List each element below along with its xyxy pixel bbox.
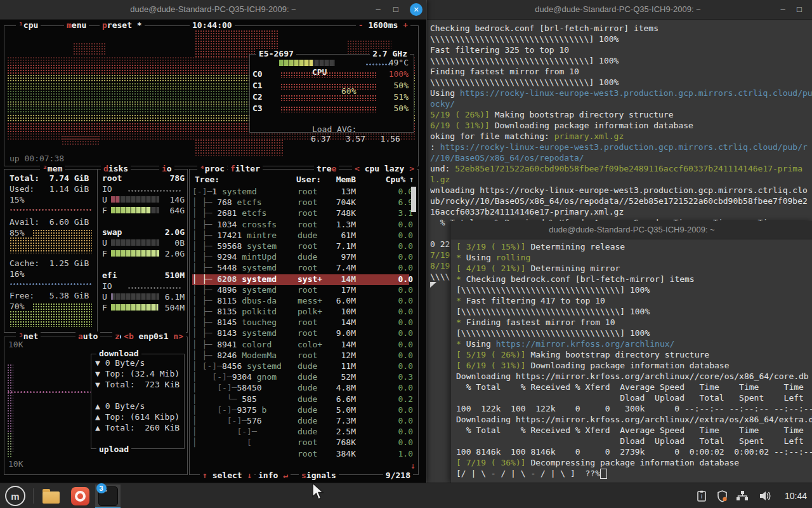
taskbar-clock[interactable]: 10:44 (785, 483, 807, 508)
clipboard-tray-icon[interactable]: i (694, 488, 709, 504)
download-top: ▼ Top: (32.4 Mib) (95, 369, 183, 380)
info-hint[interactable]: info ↵ (256, 471, 291, 480)
scroll-more-icon: ↓ (410, 461, 416, 471)
mem-avail-graph2 (10, 237, 92, 253)
process-row[interactable]: │ ├─ 768 etcfsroot704K6.9 (192, 197, 409, 208)
col-header-mem[interactable]: MemB (324, 175, 356, 184)
terminal-line: Fast filtering 325 to top 10 (430, 44, 812, 55)
terminal-line: [\\\\\\\\\\\\\\\\\\\\\\\\\\\\\\\\] 100% (456, 328, 812, 338)
front-terminal-output: [ 3/19 ( 15%)] Determining release* Usin… (456, 241, 812, 479)
upload-top: ▲ Top: (614 Kibp) (95, 412, 183, 423)
net-scale-bottom: 10K (8, 459, 23, 469)
process-row[interactable]: │ ├─ 8246 ModemMaroot12M0.0 (192, 351, 409, 361)
terminal-line: [ 4/19 ( 21%)] Determining mirror (456, 263, 812, 274)
close-icon[interactable]: ✕ (410, 3, 422, 16)
front-terminal-titlebar[interactable]: dude@dude-Standard-PC-Q35-ICH9-2009: ~ (451, 221, 812, 239)
tab-mem[interactable]: ²mem (40, 164, 65, 173)
terminal-window-group[interactable]: 3 (95, 485, 121, 508)
mem-avail-pct: 85% (10, 228, 24, 237)
preset-button[interactable]: preset * (100, 20, 145, 30)
app-launcher-red[interactable] (67, 485, 93, 507)
maximize-icon[interactable]: □ (792, 0, 807, 19)
cpu-core-row: C0100% (252, 69, 411, 81)
process-row[interactable]: │ [-]─576 dude7.3M0.0 (192, 416, 409, 427)
process-row[interactable]: │ ├─ 8145 touchegroot14M0.0 (192, 318, 409, 328)
disk-root: root78G (102, 173, 185, 183)
process-row[interactable]: │ [-]─8456 systemddude11M0.0 (192, 361, 409, 372)
proc-scrollbar[interactable] (411, 187, 416, 212)
cpu-core-row: C251% (252, 92, 411, 104)
net-interface-selector[interactable]: <b enp0s1 n> (121, 331, 186, 341)
process-row[interactable]: │ [-]─9375 bdude5.0M0.0 (192, 405, 409, 416)
process-row[interactable]: │ ├─ 2681 etcfsroot748K3.1 (192, 208, 409, 219)
minimize-icon[interactable]: – (775, 0, 790, 19)
process-row[interactable]: │ ├─ 9294 mintUpddude97M0.0 (192, 252, 409, 263)
process-row[interactable]: │ ├─ 59568 systemroot7.1M0.0 (192, 241, 409, 252)
taskbar: m 3 i 10:44 (0, 483, 812, 508)
process-row[interactable]: │ [-]─58450 dude4.8M0.0 (192, 383, 409, 394)
net-graph-up (7, 432, 12, 458)
process-row[interactable]: │ ├─ 6208 systemdsyst+14M0.0 (192, 274, 409, 285)
process-row[interactable]: │ ├─ 8115 dbus-damess+6.0M0.0 (192, 296, 409, 307)
tab-disks[interactable]: disks (101, 164, 131, 173)
process-row[interactable]: │ ├─ 4896 systemdroot17M0.0 (192, 285, 409, 296)
update-shield-tray-icon[interactable] (714, 488, 730, 504)
process-row[interactable]: │ ├─ 8941 colordcolo+14M0.0 (192, 340, 409, 351)
proc-filter-button[interactable]: filter (228, 164, 263, 173)
terminal-line: [\\\\\\\\\\\\\\\\\\\\\\\\\\\\\\\\] 100% (456, 306, 812, 317)
volume-tray-icon[interactable] (757, 488, 773, 504)
select-hint[interactable]: ↑ select ↓ (200, 471, 254, 480)
process-row[interactable]: │ [ root768K0.0 (192, 438, 409, 448)
cpu-panel: ¹cpu menu preset * 10:44:00 - 1600ms + u… (4, 25, 419, 166)
file-manager-launcher[interactable] (38, 485, 63, 507)
terminal-line: Dload Upload Total Spent Left (456, 436, 812, 446)
net-auto-button[interactable]: auto (75, 331, 100, 341)
col-header-user[interactable]: User: (296, 175, 321, 184)
menu-button[interactable]: menu (64, 20, 89, 30)
back-terminal-titlebar[interactable]: dude@dude-Standard-PC-Q35-ICH9-2009: ~ –… (424, 0, 812, 20)
terminal-line: \\\\\\\\\\\\\\\\\\\\\\\\\\\\\\\\] 100% (430, 77, 812, 88)
process-row[interactable]: │ ├─ 1034 crossfsroot1.3M0.0 (192, 220, 409, 231)
process-row[interactable]: root384K1.0 (192, 449, 409, 460)
signals-hint[interactable]: signals (299, 471, 339, 480)
back-terminal-title: dude@dude-Standard-PC-Q35-ICH9-2009: ~ (535, 4, 700, 14)
col-header-tree[interactable]: Tree: (195, 175, 219, 184)
tab-proc[interactable]: ⁴proc (197, 164, 227, 173)
tab-io[interactable]: io (159, 164, 174, 173)
process-row[interactable]: │ ├─ 5448 systemdroot7.4M0.0 (192, 263, 409, 274)
terminal-line: * Using https://mirror.krfoss.org/archli… (456, 338, 812, 349)
network-tray-icon[interactable] (735, 488, 750, 504)
mint-menu-button[interactable]: m (3, 485, 28, 507)
process-row[interactable]: │ ├─ 8135 polkitdpolk+10M0.0 (192, 307, 409, 318)
col-header-cpu[interactable]: Cpu% (380, 175, 405, 184)
terminal-line: [/ | \ - / | \ - / | \ ] ??% (456, 468, 812, 479)
process-row[interactable]: │ [-]─9304 gnomdude52M0.3 (192, 372, 409, 383)
download-title: download (96, 349, 141, 358)
sort-direction-icon[interactable]: ↑ (409, 175, 414, 184)
terminal-line: Downloading https://mirror.krfoss.org/ar… (456, 371, 812, 382)
process-row[interactable]: [-]─1 systemdroot13M0.0 (192, 187, 409, 197)
interval-minus: - (358, 20, 363, 30)
mem-free: Free: 5.38 GiB (10, 291, 89, 300)
process-row[interactable]: │ ├─ 17421 mintredude61M0.0 (192, 231, 409, 241)
process-row[interactable]: │ [-]─ dude2.5M0.0 (192, 427, 409, 438)
process-row[interactable]: │ └─ 585 dude6.6M0.2 (192, 394, 409, 405)
desktop: dude@dude-Standard-PC-Q35-ICH9-2009: ~ –… (0, 0, 812, 508)
maximize-icon[interactable]: □ (388, 0, 403, 19)
btop-terminal-window: dude@dude-Standard-PC-Q35-ICH9-2009: ~ –… (0, 0, 426, 483)
btop-titlebar[interactable]: dude@dude-Standard-PC-Q35-ICH9-2009: ~ –… (0, 0, 426, 20)
minimize-icon[interactable]: – (370, 0, 386, 19)
terminal-line: Finding fastest mirror from 10 (430, 66, 812, 77)
cpu-core-row: C150% (252, 81, 411, 92)
mem-used-graph (10, 208, 92, 211)
interval-plus: + (403, 20, 408, 30)
proc-sort-selector[interactable]: < cpu lazy > (352, 164, 417, 173)
update-interval-control[interactable]: - 1600ms + (356, 20, 410, 30)
process-row[interactable]: │ ├─ 8143 systemdroot9.0M0.0 (192, 328, 409, 339)
net-info-box: download upload ▼ 0 Byte/s ▼ Top: (32.4 … (91, 354, 185, 449)
cpu-info-box: E5-2697 2.7 GHz CPU 60% 49°C C0100%C150%… (249, 54, 414, 133)
terminal-line: 6/19 ( 31%)] Downloading package informa… (430, 120, 812, 131)
proc-tree-button[interactable]: tree (314, 164, 339, 173)
terminal-line: 100 8146k 100 8146k 0 0 2739k 0 0:00:02 … (456, 446, 812, 457)
tab-cpu[interactable]: ¹cpu (16, 20, 41, 30)
